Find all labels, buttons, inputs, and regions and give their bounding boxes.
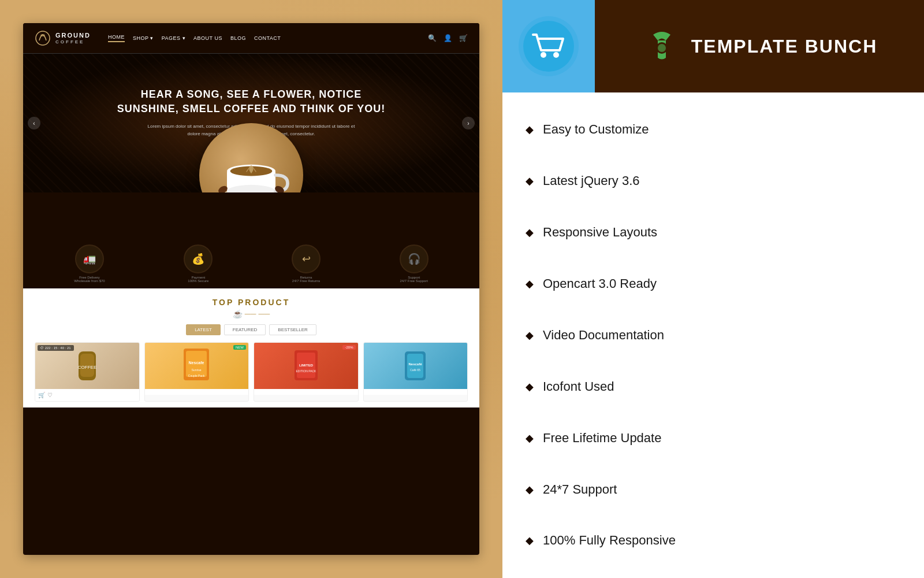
product-badge-new: NEW [233,345,246,350]
svg-point-34 [658,44,666,52]
feature-jquery: ◆ Latest jQuery 3.6 [526,170,901,192]
nav-blog[interactable]: BLOG [230,35,246,41]
product-card-body-4 [364,389,468,395]
delivery-icon: 🚛 [75,244,104,273]
nav-links: HOME SHOP ▾ PAGES ▾ ABOUT US BLOG CONTAC… [108,34,281,42]
diamond-icon-4: ◆ [526,277,534,290]
template-bunch-banner: TEMPLATE BUNCH [595,0,924,92]
tab-bestseller[interactable]: BESTSELLER [269,324,316,335]
diamond-icon-7: ◆ [526,432,534,444]
svg-text:EDITION PACK: EDITION PACK [296,369,316,373]
diamond-icon-1: ◆ [526,123,534,136]
nav-about[interactable]: ABOUT US [193,35,222,41]
svg-point-1 [40,34,45,36]
feature-text-3: Responsive Layouts [543,225,657,240]
product-img-3: LIMITED EDITION PACK [254,343,358,389]
template-bunch-title: TEMPLATE BUNCH [691,36,878,57]
icon-support: 🎧 Support24/7 Free Support [400,244,429,283]
feature-support: ◆ 24*7 Support [526,479,901,501]
delivery-label: Free DeliveryWholesale from $70 [74,276,105,283]
feature-text-5: Video Documentation [543,328,664,343]
feature-text-9: 100% Fully Responsive [543,533,676,548]
diamond-icon-2: ◆ [526,175,534,187]
tab-latest[interactable]: LATEST [186,324,221,335]
payment-label: Payment100% Secure [188,276,208,283]
product-card-body-1: 🛒 ♡ [35,389,139,401]
feature-text-4: Opencart 3.0 Ready [543,276,657,291]
support-icon: 🎧 [400,244,429,273]
icon-payment: 💰 Payment100% Secure [184,244,213,283]
feature-video-docs: ◆ Video Documentation [526,324,901,346]
svg-text:LIMITED: LIMITED [299,364,314,367]
svg-text:COFFEE: COFFEE [78,365,96,370]
diamond-icon-9: ◆ [526,534,534,547]
svg-text:Nescafé: Nescafé [409,362,423,366]
product-card-2: NEW Nescafe Sunrise Couple Pack [144,342,249,402]
icon-delivery: 🚛 Free DeliveryWholesale from $70 [74,244,105,283]
carousel-prev-button[interactable]: ‹ [28,117,40,129]
feature-text-6: Icofont Used [543,379,614,394]
feature-icofont: ◆ Icofont Used [526,376,901,398]
right-top: TEMPLATE BUNCH [502,0,924,92]
svg-text:Sunrise: Sunrise [192,368,202,372]
product-img-4: Nescafé Café 65 [364,343,468,389]
diamond-icon-6: ◆ [526,380,534,393]
svg-point-31 [553,52,559,58]
product-section: TOP PRODUCT ☕ ── ── LATEST FEATURED BEST… [23,288,479,407]
svg-rect-24 [407,354,423,378]
svg-point-0 [36,31,50,45]
feature-lifetime-update: ◆ Free Lifetime Update [526,427,901,449]
icon-strip: 🚛 Free DeliveryWholesale from $70 💰 Paym… [23,239,479,288]
nav-pages[interactable]: PAGES ▾ [162,35,185,41]
navbar: GROUND COFFEE HOME SHOP ▾ PAGES ▾ ABOUT … [23,23,479,54]
cart-ring-svg [517,14,580,78]
product-tabs: LATEST FEATURED BESTSELLER [35,324,468,335]
carousel-next-button[interactable]: › [462,117,475,129]
nav-home[interactable]: HOME [108,34,125,42]
nav-icons: 🔍 👤 🛒 [428,34,468,42]
product-card-3: -20% LIMITED EDITION PACK [254,342,359,402]
section-title: TOP PRODUCT [35,298,468,307]
nav-contact[interactable]: CONTACT [254,35,281,41]
product-timer-1: ⏱ 222 : 15 : 40 : 21 [38,345,74,351]
product-card-1: ⏱ 222 : 15 : 40 : 21 COFFEE 🛒 ♡ [35,342,140,402]
logo-main: GROUND [55,32,91,39]
feature-text-8: 24*7 Support [543,482,617,497]
website-preview: GROUND COFFEE HOME SHOP ▾ PAGES ▾ ABOUT … [23,23,479,555]
diamond-icon-8: ◆ [526,483,534,496]
nav-shop[interactable]: SHOP ▾ [133,35,154,41]
returns-label: Returns24/7 Free Returns [292,276,320,283]
product-img-2: Nescafe Sunrise Couple Pack [145,343,249,389]
cart-icon[interactable]: 🛒 [459,34,468,42]
diamond-icon-3: ◆ [526,226,534,239]
product-card-body-2 [145,389,249,395]
product-grid: ⏱ 222 : 15 : 40 : 21 COFFEE 🛒 ♡ [35,342,468,402]
feature-easy-customize: ◆ Easy to Customize [526,118,901,140]
user-icon[interactable]: 👤 [444,34,452,42]
logo-sub: COFFEE [55,39,91,45]
returns-icon: ↩ [292,244,321,273]
feature-text-1: Easy to Customize [543,122,649,137]
search-icon[interactable]: 🔍 [428,34,437,42]
svg-text:Couple Pack: Couple Pack [188,374,205,377]
logo-area: GROUND COFFEE [35,30,91,46]
svg-point-30 [541,52,546,58]
product-badge-sale: -20% [342,345,355,350]
feature-responsive: ◆ Responsive Layouts [526,221,901,243]
coffee-cup-overlay [199,123,303,192]
coffee-cup-image [199,123,303,192]
hero-section: ‹ HEAR A SONG, SEE A FLOWER, NOTICE SUNS… [23,54,479,192]
svg-text:Nescafe: Nescafe [189,361,204,365]
tb-logo-svg [642,26,682,66]
svg-point-28 [523,21,574,72]
diamond-icon-5: ◆ [526,329,534,342]
feature-fully-responsive: ◆ 100% Fully Responsive [526,529,901,551]
tab-featured[interactable]: FEATURED [224,324,266,335]
feature-text-7: Free Lifetime Update [543,431,661,446]
icon-returns: ↩ Returns24/7 Free Returns [292,244,321,283]
svg-text:Café 65: Café 65 [410,368,420,372]
product-card-4: Nescafé Café 65 [363,342,468,402]
features-area: ◆ Easy to Customize ◆ Latest jQuery 3.6 … [502,92,924,578]
product-card-body-3 [254,389,358,395]
cart-logo-area [502,0,595,92]
